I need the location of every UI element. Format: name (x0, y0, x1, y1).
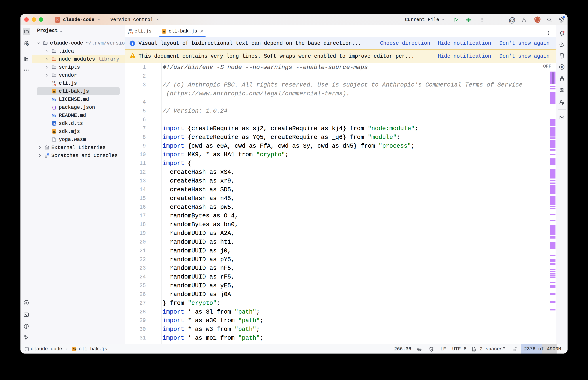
svg-text:{}: {} (52, 106, 56, 110)
svg-text:JS: JS (162, 30, 166, 33)
svg-text:JS: JS (130, 32, 133, 34)
svg-text:M: M (52, 97, 55, 101)
svg-text:O: O (52, 83, 53, 86)
svg-text:JS: JS (52, 90, 56, 93)
svg-text:X: X (561, 65, 563, 69)
svg-text:10: 10 (52, 81, 55, 84)
svg-text:M: M (52, 114, 55, 117)
svg-text:JS: JS (52, 130, 56, 133)
svg-text:O: O (128, 32, 129, 34)
svg-text:JS: JS (73, 348, 76, 351)
svg-text:JS: JS (53, 83, 57, 86)
svg-text:TS: TS (52, 122, 56, 125)
svg-text:?: ? (27, 43, 28, 46)
svg-text:10: 10 (129, 29, 132, 32)
